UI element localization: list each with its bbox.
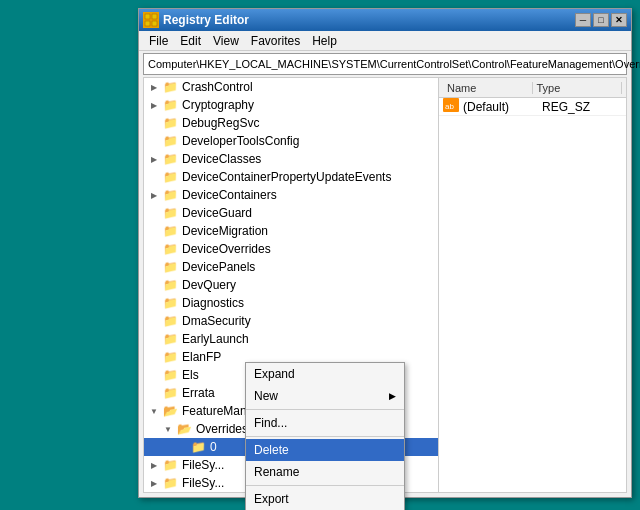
expand-arrow-icon: ▼ xyxy=(148,405,160,417)
tree-item-label: DeviceMigration xyxy=(182,224,268,238)
folder-icon xyxy=(162,242,178,256)
tree-item[interactable]: Diagnostics xyxy=(144,294,438,312)
tree-item[interactable]: ▶Cryptography xyxy=(144,96,438,114)
folder-icon xyxy=(162,386,178,400)
context-menu-item-new[interactable]: New▶ xyxy=(246,385,404,407)
folder-icon xyxy=(162,116,178,130)
tree-item-label: DmaSecurity xyxy=(182,314,251,328)
folder-icon xyxy=(162,314,178,328)
tree-item-label: DeviceOverrides xyxy=(182,242,271,256)
submenu-arrow-icon: ▶ xyxy=(389,391,396,401)
detail-row[interactable]: ab(Default)REG_SZ xyxy=(439,98,626,116)
context-menu-item-export[interactable]: Export xyxy=(246,488,404,510)
folder-icon xyxy=(176,422,192,436)
context-menu-item-label: Rename xyxy=(254,465,299,479)
expand-arrow-icon: ▶ xyxy=(148,189,160,201)
expand-arrow-icon: ▶ xyxy=(148,459,160,471)
value-name: (Default) xyxy=(463,100,542,114)
context-menu-item-rename[interactable]: Rename xyxy=(246,461,404,483)
context-menu-item-label: New xyxy=(254,389,278,403)
expand-arrow-icon xyxy=(148,135,160,147)
menu-help[interactable]: Help xyxy=(306,32,343,50)
detail-panel[interactable]: Name Type ab(Default)REG_SZ xyxy=(439,78,626,492)
folder-icon xyxy=(162,206,178,220)
tree-item[interactable]: DeveloperToolsConfig xyxy=(144,132,438,150)
context-menu: ExpandNew▶Find...DeleteRenameExportPermi… xyxy=(245,362,405,510)
context-menu-separator xyxy=(246,409,404,410)
tree-item[interactable]: ▶DeviceContainers xyxy=(144,186,438,204)
name-column-header: Name xyxy=(443,82,533,94)
menu-file[interactable]: File xyxy=(143,32,174,50)
tree-item[interactable]: EarlyLaunch xyxy=(144,330,438,348)
tree-item-label: DebugRegSvc xyxy=(182,116,259,130)
expand-arrow-icon: ▶ xyxy=(148,81,160,93)
folder-icon xyxy=(162,170,178,184)
tree-item[interactable]: DeviceOverrides xyxy=(144,240,438,258)
tree-item-label: DeviceContainers xyxy=(182,188,277,202)
expand-arrow-icon xyxy=(148,207,160,219)
type-column-header: Type xyxy=(533,82,623,94)
folder-icon xyxy=(162,476,178,490)
close-button[interactable]: ✕ xyxy=(611,13,627,27)
svg-rect-0 xyxy=(145,14,150,19)
context-menu-item-expand[interactable]: Expand xyxy=(246,363,404,385)
tree-item[interactable]: DmaSecurity xyxy=(144,312,438,330)
menu-bar: File Edit View Favorites Help xyxy=(139,31,631,51)
title-bar: Registry Editor ─ □ ✕ xyxy=(139,9,631,31)
context-menu-item-find---[interactable]: Find... xyxy=(246,412,404,434)
window-icon xyxy=(143,12,159,28)
expand-arrow-icon xyxy=(148,117,160,129)
tree-item[interactable]: DebugRegSvc xyxy=(144,114,438,132)
context-menu-item-label: Delete xyxy=(254,443,289,457)
svg-rect-1 xyxy=(152,14,157,19)
minimize-button[interactable]: ─ xyxy=(575,13,591,27)
context-menu-separator xyxy=(246,436,404,437)
expand-arrow-icon xyxy=(148,315,160,327)
tree-item-label: DeviceClasses xyxy=(182,152,261,166)
expand-arrow-icon: ▶ xyxy=(148,153,160,165)
context-menu-separator xyxy=(246,485,404,486)
expand-arrow-icon xyxy=(148,243,160,255)
tree-item-label: 0 xyxy=(210,440,217,454)
tree-item[interactable]: DeviceContainerPropertyUpdateEvents xyxy=(144,168,438,186)
expand-arrow-icon xyxy=(148,333,160,345)
tree-item[interactable]: DevicePanels xyxy=(144,258,438,276)
expand-arrow-icon xyxy=(148,279,160,291)
value-icon: ab xyxy=(443,98,463,115)
svg-rect-2 xyxy=(145,21,150,26)
window-title: Registry Editor xyxy=(163,13,575,27)
tree-item-label: DevicePanels xyxy=(182,260,255,274)
folder-icon xyxy=(162,368,178,382)
menu-view[interactable]: View xyxy=(207,32,245,50)
folder-icon xyxy=(162,98,178,112)
expand-arrow-icon xyxy=(148,369,160,381)
tree-item-label: ElanFP xyxy=(182,350,221,364)
detail-header: Name Type xyxy=(439,78,626,98)
folder-icon xyxy=(162,188,178,202)
folder-icon xyxy=(162,404,178,418)
expand-arrow-icon xyxy=(148,171,160,183)
tree-item-label: DeviceGuard xyxy=(182,206,252,220)
expand-arrow-icon xyxy=(148,387,160,399)
expand-arrow-icon xyxy=(148,261,160,273)
tree-item-label: DeviceContainerPropertyUpdateEvents xyxy=(182,170,391,184)
tree-item[interactable]: ▶DeviceClasses xyxy=(144,150,438,168)
context-menu-item-label: Find... xyxy=(254,416,287,430)
tree-item-label: FileSy... xyxy=(182,476,224,490)
svg-rect-3 xyxy=(152,21,157,26)
menu-edit[interactable]: Edit xyxy=(174,32,207,50)
context-menu-item-delete[interactable]: Delete xyxy=(246,439,404,461)
svg-text:ab: ab xyxy=(445,102,454,111)
maximize-button[interactable]: □ xyxy=(593,13,609,27)
menu-favorites[interactable]: Favorites xyxy=(245,32,306,50)
address-bar[interactable]: Computer\HKEY_LOCAL_MACHINE\SYSTEM\Curre… xyxy=(143,53,627,75)
tree-item-label: Els xyxy=(182,368,199,382)
tree-item[interactable]: DeviceGuard xyxy=(144,204,438,222)
folder-icon xyxy=(162,260,178,274)
tree-item-label: FileSy... xyxy=(182,458,224,472)
tree-item[interactable]: ▶CrashControl xyxy=(144,78,438,96)
folder-icon xyxy=(162,332,178,346)
tree-item[interactable]: DeviceMigration xyxy=(144,222,438,240)
expand-arrow-icon: ▼ xyxy=(162,423,174,435)
tree-item[interactable]: DevQuery xyxy=(144,276,438,294)
